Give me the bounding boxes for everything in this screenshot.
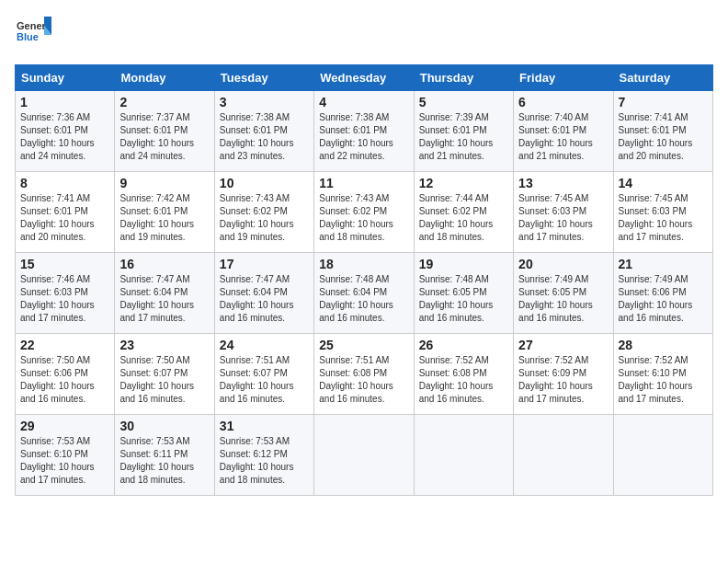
calendar-week-2: 8 Sunrise: 7:41 AMSunset: 6:01 PMDayligh… [16, 172, 713, 253]
calendar-cell: 19 Sunrise: 7:48 AMSunset: 6:05 PMDaylig… [414, 253, 513, 334]
calendar-cell: 3 Sunrise: 7:38 AMSunset: 6:01 PMDayligh… [214, 91, 313, 172]
day-header-tuesday: Tuesday [214, 65, 313, 91]
day-info: Sunrise: 7:48 AMSunset: 6:05 PMDaylight:… [419, 274, 494, 323]
calendar-week-3: 15 Sunrise: 7:46 AMSunset: 6:03 PMDaylig… [16, 253, 713, 334]
calendar-cell: 31 Sunrise: 7:53 AMSunset: 6:12 PMDaylig… [214, 415, 313, 496]
day-info: Sunrise: 7:47 AMSunset: 6:04 PMDaylight:… [220, 274, 294, 323]
day-number: 20 [518, 257, 608, 271]
calendar-cell: 28 Sunrise: 7:52 AMSunset: 6:10 PMDaylig… [613, 334, 712, 415]
calendar-cell [613, 415, 712, 496]
day-number: 18 [319, 257, 408, 271]
calendar-cell: 13 Sunrise: 7:45 AMSunset: 6:03 PMDaylig… [514, 172, 613, 253]
calendar-table: SundayMondayTuesdayWednesdayThursdayFrid… [15, 64, 713, 496]
calendar-cell: 12 Sunrise: 7:44 AMSunset: 6:02 PMDaylig… [414, 172, 513, 253]
calendar-cell: 24 Sunrise: 7:51 AMSunset: 6:07 PMDaylig… [214, 334, 313, 415]
day-info: Sunrise: 7:52 AMSunset: 6:09 PMDaylight:… [518, 355, 593, 404]
calendar-cell: 29 Sunrise: 7:53 AMSunset: 6:10 PMDaylig… [16, 415, 115, 496]
day-number: 21 [619, 257, 708, 271]
day-number: 3 [220, 95, 309, 109]
calendar-cell: 22 Sunrise: 7:50 AMSunset: 6:06 PMDaylig… [16, 334, 115, 415]
day-number: 30 [119, 419, 209, 433]
day-header-monday: Monday [115, 65, 214, 91]
calendar-week-4: 22 Sunrise: 7:50 AMSunset: 6:06 PMDaylig… [16, 334, 713, 415]
day-info: Sunrise: 7:53 AMSunset: 6:12 PMDaylight:… [220, 436, 294, 485]
day-number: 7 [619, 95, 708, 109]
calendar-cell: 26 Sunrise: 7:52 AMSunset: 6:08 PMDaylig… [414, 334, 513, 415]
day-number: 12 [419, 176, 508, 190]
day-number: 26 [419, 338, 508, 352]
calendar-cell: 5 Sunrise: 7:39 AMSunset: 6:01 PMDayligh… [414, 91, 513, 172]
day-number: 19 [419, 257, 508, 271]
day-info: Sunrise: 7:52 AMSunset: 6:08 PMDaylight:… [419, 355, 494, 404]
day-number: 17 [220, 257, 309, 271]
day-info: Sunrise: 7:43 AMSunset: 6:02 PMDaylight:… [220, 193, 294, 242]
calendar-week-1: 1 Sunrise: 7:36 AMSunset: 6:01 PMDayligh… [16, 91, 713, 172]
calendar-cell: 15 Sunrise: 7:46 AMSunset: 6:03 PMDaylig… [16, 253, 115, 334]
calendar-cell: 14 Sunrise: 7:45 AMSunset: 6:03 PMDaylig… [613, 172, 712, 253]
calendar-cell: 8 Sunrise: 7:41 AMSunset: 6:01 PMDayligh… [16, 172, 115, 253]
day-info: Sunrise: 7:50 AMSunset: 6:07 PMDaylight:… [119, 355, 194, 404]
day-info: Sunrise: 7:43 AMSunset: 6:02 PMDaylight:… [319, 193, 393, 242]
day-info: Sunrise: 7:45 AMSunset: 6:03 PMDaylight:… [619, 193, 693, 242]
day-number: 13 [518, 176, 608, 190]
day-number: 27 [518, 338, 608, 352]
day-header-sunday: Sunday [16, 65, 115, 91]
day-number: 24 [220, 338, 309, 352]
day-header-friday: Friday [514, 65, 613, 91]
day-info: Sunrise: 7:38 AMSunset: 6:01 PMDaylight:… [319, 112, 393, 161]
day-info: Sunrise: 7:40 AMSunset: 6:01 PMDaylight:… [518, 112, 593, 161]
calendar-cell: 1 Sunrise: 7:36 AMSunset: 6:01 PMDayligh… [16, 91, 115, 172]
day-info: Sunrise: 7:46 AMSunset: 6:03 PMDaylight:… [20, 274, 95, 323]
day-info: Sunrise: 7:37 AMSunset: 6:01 PMDaylight:… [119, 112, 194, 161]
day-number: 11 [319, 176, 408, 190]
day-header-wednesday: Wednesday [314, 65, 414, 91]
calendar-cell [414, 415, 513, 496]
day-info: Sunrise: 7:51 AMSunset: 6:07 PMDaylight:… [220, 355, 294, 404]
calendar-cell: 17 Sunrise: 7:47 AMSunset: 6:04 PMDaylig… [214, 253, 313, 334]
day-info: Sunrise: 7:47 AMSunset: 6:04 PMDaylight:… [119, 274, 194, 323]
day-number: 14 [619, 176, 708, 190]
day-header-thursday: Thursday [414, 65, 513, 91]
day-info: Sunrise: 7:49 AMSunset: 6:05 PMDaylight:… [518, 274, 593, 323]
day-number: 15 [20, 257, 109, 271]
day-info: Sunrise: 7:41 AMSunset: 6:01 PMDaylight:… [20, 193, 95, 242]
calendar-week-5: 29 Sunrise: 7:53 AMSunset: 6:10 PMDaylig… [16, 415, 713, 496]
day-number: 10 [220, 176, 309, 190]
day-info: Sunrise: 7:36 AMSunset: 6:01 PMDaylight:… [20, 112, 95, 161]
calendar-cell: 2 Sunrise: 7:37 AMSunset: 6:01 PMDayligh… [115, 91, 214, 172]
day-info: Sunrise: 7:44 AMSunset: 6:02 PMDaylight:… [419, 193, 494, 242]
day-number: 25 [319, 338, 408, 352]
logo-mark: General Blue [15, 15, 51, 55]
day-info: Sunrise: 7:48 AMSunset: 6:04 PMDaylight:… [319, 274, 393, 323]
day-header-saturday: Saturday [613, 65, 712, 91]
calendar-cell: 11 Sunrise: 7:43 AMSunset: 6:02 PMDaylig… [314, 172, 414, 253]
day-number: 9 [119, 176, 209, 190]
header-row: SundayMondayTuesdayWednesdayThursdayFrid… [16, 65, 713, 91]
svg-text:Blue: Blue [17, 31, 39, 42]
calendar-cell: 6 Sunrise: 7:40 AMSunset: 6:01 PMDayligh… [514, 91, 613, 172]
day-info: Sunrise: 7:39 AMSunset: 6:01 PMDaylight:… [419, 112, 494, 161]
page-header: General Blue [15, 15, 713, 55]
calendar-cell: 23 Sunrise: 7:50 AMSunset: 6:07 PMDaylig… [115, 334, 214, 415]
calendar-cell: 30 Sunrise: 7:53 AMSunset: 6:11 PMDaylig… [115, 415, 214, 496]
calendar-cell [314, 415, 414, 496]
calendar-cell: 27 Sunrise: 7:52 AMSunset: 6:09 PMDaylig… [514, 334, 613, 415]
day-number: 2 [119, 95, 209, 109]
day-number: 8 [20, 176, 109, 190]
day-info: Sunrise: 7:49 AMSunset: 6:06 PMDaylight:… [619, 274, 693, 323]
calendar-cell: 9 Sunrise: 7:42 AMSunset: 6:01 PMDayligh… [115, 172, 214, 253]
day-info: Sunrise: 7:45 AMSunset: 6:03 PMDaylight:… [518, 193, 593, 242]
calendar-cell: 18 Sunrise: 7:48 AMSunset: 6:04 PMDaylig… [314, 253, 414, 334]
calendar-cell: 25 Sunrise: 7:51 AMSunset: 6:08 PMDaylig… [314, 334, 414, 415]
day-info: Sunrise: 7:42 AMSunset: 6:01 PMDaylight:… [119, 193, 194, 242]
day-info: Sunrise: 7:51 AMSunset: 6:08 PMDaylight:… [319, 355, 393, 404]
calendar-cell: 16 Sunrise: 7:47 AMSunset: 6:04 PMDaylig… [115, 253, 214, 334]
day-number: 4 [319, 95, 408, 109]
calendar-cell: 10 Sunrise: 7:43 AMSunset: 6:02 PMDaylig… [214, 172, 313, 253]
day-info: Sunrise: 7:38 AMSunset: 6:01 PMDaylight:… [220, 112, 294, 161]
day-number: 23 [119, 338, 209, 352]
calendar-cell: 4 Sunrise: 7:38 AMSunset: 6:01 PMDayligh… [314, 91, 414, 172]
day-info: Sunrise: 7:53 AMSunset: 6:10 PMDaylight:… [20, 436, 95, 485]
calendar-cell: 21 Sunrise: 7:49 AMSunset: 6:06 PMDaylig… [613, 253, 712, 334]
day-number: 1 [20, 95, 109, 109]
